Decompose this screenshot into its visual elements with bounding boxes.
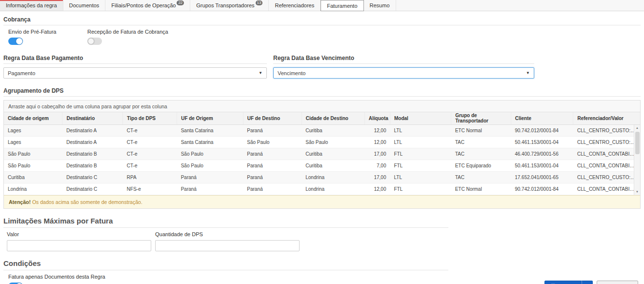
tab-label: Informações da regra <box>6 2 57 8</box>
section-limitacoes: Limitações Máximas por Fatura Valor Quan… <box>3 217 641 251</box>
table-cell: FTL <box>390 183 451 195</box>
tab-label: Grupos Transportadores <box>196 2 254 8</box>
toggle-group-envio-pre-fatura: Envio de Pré-Fatura <box>8 29 78 47</box>
warning-text: Os dados acima são somente de demonstraç… <box>32 199 142 205</box>
tab-grupos-transportadores[interactable]: Grupos Transportadores 13 <box>190 0 269 11</box>
dps-grid: Arraste aqui o cabeçalho de uma coluna p… <box>3 100 641 209</box>
regra-pagamento-select[interactable]: Pagamento ▼ <box>3 67 267 79</box>
column-header[interactable]: Cidade de Destino <box>302 112 364 124</box>
column-header[interactable]: Grupo de Transportador <box>451 112 511 124</box>
table-cell: Paraná <box>243 148 302 160</box>
warning-bold-text: Atenção! <box>9 199 31 205</box>
table-cell: Destinatario A <box>62 136 123 148</box>
table-cell: São Paulo <box>4 148 62 160</box>
table-cell: Paraná <box>243 183 302 195</box>
table-row[interactable]: LondrinaDestinatario CNFS-eParanáParanáL… <box>4 183 640 195</box>
table-cell: 17.652.041/0001-65 <box>511 171 573 183</box>
cobranca-title: Cobrança <box>3 16 641 25</box>
table-row[interactable]: LagesDestinatario ACT-eSanta CatarinaSão… <box>4 136 640 148</box>
table-row[interactable]: São PauloDestinatario BCT-eSão PauloPara… <box>4 160 640 171</box>
table-cell: São Paulo <box>243 136 302 148</box>
fatura-apenas-label: Fatura apenas Documentos desta Regra <box>8 274 448 280</box>
regra-vencimento-select[interactable]: Vencimento ▼ <box>273 67 534 79</box>
table-cell: CLL_CONTA_CONTABIL: DEPART_A <box>573 183 640 195</box>
column-header[interactable]: Tipo de DPS <box>123 112 177 124</box>
scroll-up-icon[interactable]: ▲ <box>634 125 640 131</box>
table-cell: Destinatario C <box>62 171 123 183</box>
toggle-group-fatura-apenas: Fatura apenas Documentos desta Regra <box>8 274 448 284</box>
fatura-apenas-toggle[interactable] <box>8 283 23 284</box>
table-cell: RPA <box>123 171 177 183</box>
envio-pre-fatura-toggle[interactable] <box>8 38 23 45</box>
tab-documentos[interactable]: Documentos <box>63 0 106 11</box>
column-header[interactable]: Referenciador/Valor <box>573 112 640 124</box>
save-split-button: Gravar ▲ <box>544 281 593 284</box>
table-cell: Paraná <box>243 160 302 171</box>
table-cell: 50.461.153/0001-04 <box>511 136 573 148</box>
tab-informacoes-da-regra[interactable]: Informações da regra <box>0 0 63 11</box>
valor-input[interactable] <box>7 240 151 251</box>
section-cobranca: Cobrança Envio de Pré-Fatura Recepção de… <box>3 16 641 47</box>
table-row[interactable]: LagesDestinatario ACT-eSanta CatarinaPar… <box>4 124 640 136</box>
table-cell: CT-e <box>123 160 177 171</box>
column-header[interactable]: Cliente <box>511 112 573 124</box>
grid-vertical-scrollbar[interactable]: ▲ ▼ <box>634 125 640 195</box>
table-cell: ETC Normal <box>451 183 511 195</box>
table-cell: TAC <box>451 171 511 183</box>
tab-label: Resumo <box>370 2 390 8</box>
limitacoes-title: Limitações Máximas por Fatura <box>3 217 448 228</box>
tab-referenciadores[interactable]: Referenciadores <box>269 0 321 11</box>
column-header[interactable]: Destinatário <box>62 112 123 124</box>
table-cell: CLL_CONTA_CONTABIL: DEPART_A <box>573 148 640 160</box>
table-cell: Paraná <box>243 171 302 183</box>
table-cell: ETC Equiparado <box>451 160 511 171</box>
column-header[interactable]: Modal <box>390 112 451 124</box>
section-agrupamento-dps: Agrupamento de DPS Arraste aqui o cabeça… <box>3 87 641 209</box>
table-cell: 90.742.012/0001-84 <box>511 183 573 195</box>
agrupamento-title: Agrupamento de DPS <box>3 87 641 97</box>
table-cell: LTL <box>390 136 451 148</box>
table-cell: LTL <box>390 171 451 183</box>
quantidade-dps-field-group: Quantidade de DPS <box>155 231 300 251</box>
column-header[interactable]: Alíquota <box>364 112 390 124</box>
table-cell: Lages <box>4 136 62 148</box>
save-button[interactable]: Gravar <box>544 281 582 284</box>
table-row[interactable]: CuritibaDestinatario CRPAParanáParanáLon… <box>4 171 640 183</box>
table-cell: CT-e <box>123 124 177 136</box>
quantidade-dps-input[interactable] <box>155 240 300 251</box>
table-cell: CT-e <box>123 148 177 160</box>
table-cell: 12,00 <box>364 136 390 148</box>
save-options-dropdown-button[interactable]: ▲ <box>582 281 593 284</box>
dps-header-row: Cidade de origemDestinatárioTipo de DPSU… <box>4 112 640 124</box>
grid-group-panel[interactable]: Arraste aqui o cabeçalho de uma coluna p… <box>4 101 640 112</box>
scroll-down-icon[interactable]: ▼ <box>634 189 640 195</box>
tab-resumo[interactable]: Resumo <box>364 0 396 11</box>
table-cell: Londrina <box>302 183 364 195</box>
table-cell: Paraná <box>177 171 243 183</box>
column-header[interactable]: UF de Origem <box>177 112 243 124</box>
table-cell: FTL <box>390 148 451 160</box>
regra-vencimento-group: Regra Data Base Vencimento Vencimento ▼ <box>273 55 534 79</box>
table-cell: 17,00 <box>364 148 390 160</box>
tab-faturamento[interactable]: Faturamento <box>321 0 363 11</box>
table-cell: Destinatario C <box>62 183 123 195</box>
condicoes-title: Condições <box>3 259 448 270</box>
valor-field-group: Valor <box>7 231 151 251</box>
regra-vencimento-title: Regra Data Base Vencimento <box>273 55 534 64</box>
recepcao-fatura-toggle[interactable] <box>87 38 102 45</box>
table-cell: ETC Normal <box>451 124 511 136</box>
scrollbar-thumb[interactable] <box>635 132 640 154</box>
table-cell: CLL_CENTRO_CUSTO: LTL_DIST <box>573 124 640 136</box>
table-row[interactable]: São PauloDestinatario BCT-eSão PauloPara… <box>4 148 640 160</box>
column-header[interactable]: UF de Destino <box>243 112 302 124</box>
envio-pre-fatura-label: Envio de Pré-Fatura <box>8 29 78 35</box>
column-header[interactable]: Cidade de origem <box>4 112 62 124</box>
table-cell: CLL_CONTA_CONTABIL: DEPART_B <box>573 160 640 171</box>
table-cell: 12,00 <box>364 183 390 195</box>
table-cell: Londrina <box>4 183 62 195</box>
tab-label: Referenciadores <box>275 2 314 8</box>
cancel-button[interactable]: ⊘ Cancelar <box>597 281 638 284</box>
tab-filiais-pontos-de-operacao[interactable]: Filiais/Pontos de Operação 22 <box>105 0 190 11</box>
selected-value: Vencimento <box>278 70 305 76</box>
table-cell: 50.461.153/0001-04 <box>511 160 573 171</box>
